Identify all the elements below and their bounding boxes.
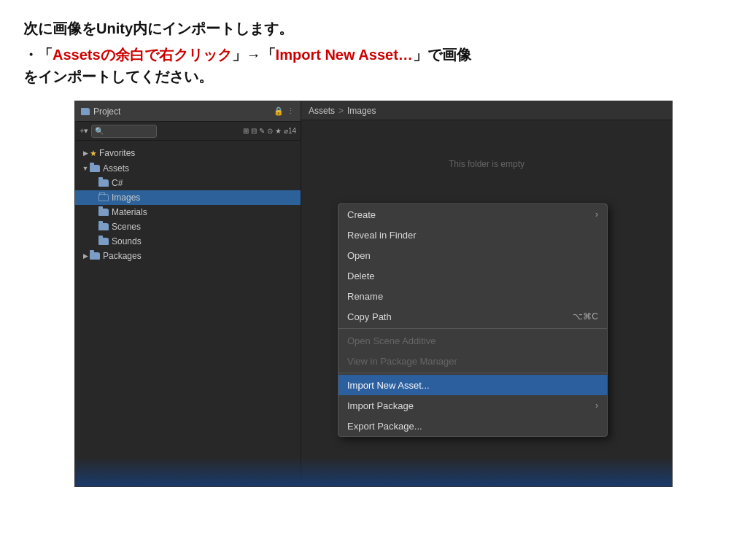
add-button[interactable]: +▾ [80,126,88,136]
csharp-folder-icon [98,179,109,187]
scenes-label: Scenes [112,222,141,232]
unity-screenshot: Project 🔒 ⋮ +▾ 🔍 ⊞ ⊟ ✎ ⊙ ★ [74,101,673,487]
line2-arrow: 」→「 [232,47,276,63]
line2-prefix: ・「 [23,47,53,63]
toolbar-icon-list[interactable]: ⊟ [251,127,257,135]
menu-import-new-asset[interactable]: Import New Asset... [338,375,607,395]
assets-toggle[interactable]: ▼ [81,165,90,172]
page-container: 次に画像をUnity内にインポートします。 ・「Assetsの余白で右クリック」… [0,0,747,487]
sounds-label: Sounds [112,236,142,246]
panel-title-label: Project [93,106,120,117]
menu-reveal-label: Reveal in Finder [347,230,417,241]
menu-import-new-asset-label: Import New Asset... [347,380,430,391]
search-icon: 🔍 [95,127,104,135]
favorites-item[interactable]: ▶ ★ Favorites [75,145,301,161]
menu-create[interactable]: Create › [338,204,607,225]
favorites-star: ★ [90,149,97,158]
packages-toggle[interactable]: ▶ [81,252,90,260]
toolbar-icon-alert[interactable]: ⊙ [267,127,273,135]
lock-icon[interactable]: 🔒 [274,106,284,116]
breadcrumb-bar: Assets > Images [301,101,672,120]
bottom-gradient [75,457,672,486]
highlight2: Import New Asset… [276,47,413,63]
materials-folder-icon [98,209,109,216]
highlight1: Assetsの余白で右クリック [53,47,232,63]
scenes-item[interactable]: Scenes [75,219,301,234]
menu-view-package: View in Package Manager [338,351,607,371]
menu-open[interactable]: Open [338,245,607,265]
packages-item[interactable]: ▶ Packages [75,249,301,263]
toolbar-icon-star[interactable]: ★ [275,127,282,135]
assets-label: Assets [103,163,129,174]
menu-open-label: Open [347,250,371,261]
folder-icon [81,108,90,115]
toolbar-icon-grid[interactable]: ⊞ [243,127,249,135]
menu-export-package[interactable]: Export Package... [338,416,607,436]
menu-rename[interactable]: Rename [338,286,607,306]
sounds-folder-icon [98,238,109,245]
assets-item[interactable]: ▼ Assets [75,161,301,176]
menu-open-scene-additive: Open Scene Additive [338,330,607,351]
line2-suffix: 」で画像 [413,47,471,63]
menu-import-package[interactable]: Import Package › [338,395,607,416]
favorites-label: Favorites [99,148,135,158]
images-label: Images [112,192,140,203]
favorites-toggle[interactable]: ▶ [81,149,90,157]
menu-create-arrow: › [595,209,598,219]
menu-export-package-label: Export Package... [347,421,422,432]
images-item[interactable]: Images [75,190,301,205]
separator-1 [338,328,607,329]
menu-icon[interactable]: ⋮ [287,106,295,116]
toolbar-row: +▾ 🔍 ⊞ ⊟ ✎ ⊙ ★ ⌀14 [75,122,301,141]
separator-2 [338,373,607,373]
project-panel: Project 🔒 ⋮ +▾ 🔍 ⊞ ⊟ ✎ ⊙ ★ [75,101,301,486]
breadcrumb-root: Assets [309,106,335,116]
menu-rename-label: Rename [347,291,383,302]
panel-header: Project 🔒 ⋮ [75,101,301,122]
toolbar-icon-edit[interactable]: ✎ [259,127,265,135]
scenes-folder-icon [98,223,109,230]
line3: をインポートしてください。 [23,69,213,85]
toolbar-icon-count: ⌀14 [284,127,296,135]
packages-folder-icon [90,252,100,260]
breadcrumb-current: Images [347,106,376,116]
menu-delete[interactable]: Delete [338,265,607,286]
assets-folder-icon [90,165,100,172]
materials-item[interactable]: Materials [75,205,301,219]
menu-reveal[interactable]: Reveal in Finder [338,225,607,245]
panel-icons: 🔒 ⋮ [274,106,295,116]
toolbar-icons: ⊞ ⊟ ✎ ⊙ ★ ⌀14 [243,127,296,135]
search-box[interactable]: 🔍 [91,125,157,138]
csharp-item[interactable]: C# [75,176,301,190]
breadcrumb-separator: > [338,106,344,116]
instruction-line1: 次に画像をUnity内にインポートします。 [23,18,724,39]
images-folder-icon [98,194,109,201]
menu-view-package-label: View in Package Manager [347,356,457,367]
empty-text: This folder is empty [449,159,525,169]
menu-copy-path[interactable]: Copy Path ⌥⌘C [338,306,607,327]
empty-folder-message: This folder is empty [301,120,672,208]
menu-copy-path-label: Copy Path [347,311,392,322]
menu-open-scene-label: Open Scene Additive [347,335,436,346]
csharp-label: C# [112,178,123,188]
tree-view: ▶ ★ Favorites ▼ Assets C# [75,141,301,268]
menu-import-package-arrow: › [595,400,598,411]
instruction-line2: ・「Assetsの余白で右クリック」→「Import New Asset…」で画… [23,44,724,88]
packages-label: Packages [103,251,142,261]
context-menu: Create › Reveal in Finder Open Delete Re… [338,203,608,437]
materials-label: Materials [112,207,147,217]
menu-create-label: Create [347,209,376,220]
menu-copy-path-shortcut: ⌥⌘C [573,311,598,322]
menu-delete-label: Delete [347,271,375,281]
panel-title: Project [81,106,120,117]
menu-import-package-label: Import Package [347,400,414,411]
sounds-item[interactable]: Sounds [75,234,301,249]
